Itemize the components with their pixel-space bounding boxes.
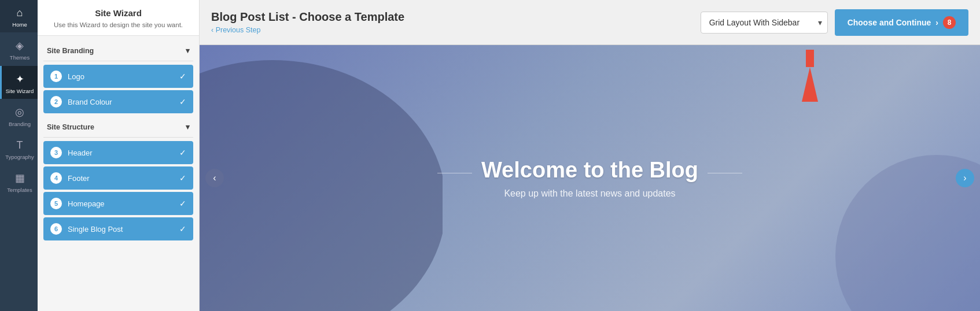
wizard-item-num: 2: [50, 96, 62, 108]
carousel-prev-button[interactable]: ‹: [205, 169, 224, 187]
title-line-right: [708, 173, 742, 173]
arrow-annotation: [802, 51, 818, 102]
prev-step-link[interactable]: ‹ Previous Step: [211, 26, 404, 34]
nav-sidebar: ⌂ Home ◈ Themes ✦ Site Wizard ◎ Branding…: [0, 0, 38, 311]
wizard-item-num: 3: [50, 147, 62, 158]
template-dropdown[interactable]: Grid Layout With SidebarList LayoutGrid …: [701, 12, 828, 34]
wizard-panel: Site Wizard Use this Wizard to design th…: [38, 0, 200, 311]
wizard-item-check-icon: ✓: [179, 97, 186, 106]
sidebar-item-branding[interactable]: ◎ Branding: [0, 99, 38, 132]
branding-icon: ◎: [15, 106, 24, 119]
preview-text-block: Welcome to the Blog Keep up with the lat…: [426, 158, 754, 199]
sidebar-item-home[interactable]: ⌂ Home: [0, 0, 38, 32]
wizard-item-label: Logo: [68, 72, 179, 81]
top-bar-right: Grid Layout With SidebarList LayoutGrid …: [701, 9, 968, 36]
sidebar-label-home: Home: [12, 21, 27, 28]
wizard-item-logo[interactable]: 1 Logo ✓: [43, 65, 193, 88]
sidebar-item-templates[interactable]: ▦ Templates: [0, 165, 38, 198]
wizard-item-header[interactable]: 3 Header ✓: [43, 141, 193, 164]
top-bar: Blog Post List - Choose a Template ‹ Pre…: [200, 0, 980, 45]
sidebar-label-themes: Themes: [10, 54, 30, 61]
home-icon: ⌂: [17, 7, 23, 19]
wizard-item-brand-colour[interactable]: 2 Brand Colour ✓: [43, 90, 193, 113]
preview-area: Welcome to the Blog Keep up with the lat…: [200, 45, 980, 311]
choose-btn-arrow-icon: ›: [935, 18, 938, 27]
site-wizard-icon: ✦: [16, 73, 24, 86]
badge-count: 8: [943, 16, 956, 29]
red-arrow-shaft: [806, 50, 814, 67]
wizard-item-check-icon: ✓: [179, 148, 186, 157]
sidebar-item-site-wizard[interactable]: ✦ Site Wizard: [0, 66, 38, 99]
sidebar-item-themes[interactable]: ◈ Themes: [0, 32, 38, 65]
wizard-item-num: 6: [50, 223, 62, 235]
wizard-body: Site Branding ▾ 1 Logo ✓ 2 Brand Colour …: [38, 36, 199, 249]
wizard-item-label: Homepage: [68, 199, 179, 208]
templates-icon: ▦: [15, 172, 25, 184]
wizard-item-single-blog-post[interactable]: 6 Single Blog Post ✓: [43, 217, 193, 240]
preview-background: Welcome to the Blog Keep up with the lat…: [200, 45, 980, 311]
wizard-item-num: 1: [50, 71, 62, 82]
template-dropdown-wrapper: Grid Layout With SidebarList LayoutGrid …: [701, 12, 828, 34]
decorative-shape-left: [200, 45, 443, 311]
wizard-item-label: Single Blog Post: [68, 225, 179, 234]
preview-blog-title: Welcome to the Blog: [481, 158, 698, 183]
sidebar-label-site-wizard: Site Wizard: [6, 88, 34, 94]
wizard-item-check-icon: ✓: [179, 173, 186, 183]
wizard-item-label: Brand Colour: [68, 98, 179, 106]
top-bar-left: Blog Post List - Choose a Template ‹ Pre…: [211, 10, 404, 34]
wizard-header: Site Wizard Use this Wizard to design th…: [38, 0, 199, 36]
typography-icon: T: [17, 139, 23, 151]
choose-and-continue-button[interactable]: Choose and Continue › 8: [835, 9, 968, 36]
wizard-item-homepage[interactable]: 5 Homepage ✓: [43, 192, 193, 215]
chevron-down-icon[interactable]: ▾: [186, 46, 190, 55]
wizard-item-num: 4: [50, 172, 62, 184]
preview-blog-subtitle: Keep up with the latest news and updates: [437, 188, 742, 199]
branding-items: 1 Logo ✓ 2 Brand Colour ✓: [43, 65, 193, 113]
themes-icon: ◈: [16, 39, 24, 52]
chevron-down-icon-2[interactable]: ▾: [186, 123, 190, 131]
wizard-item-num: 5: [50, 198, 62, 209]
site-branding-header: Site Branding ▾: [43, 42, 193, 58]
preview-title-row: Welcome to the Blog: [437, 158, 742, 188]
structure-items: 3 Header ✓ 4 Footer ✓ 5 Homepage ✓ 6 Sin…: [43, 141, 193, 240]
red-arrow-head: [802, 67, 818, 102]
carousel-next-button[interactable]: ›: [956, 169, 974, 187]
wizard-item-check-icon: ✓: [179, 72, 186, 81]
wizard-item-label: Header: [68, 149, 179, 157]
wizard-item-label: Footer: [68, 174, 179, 183]
main-area: Blog Post List - Choose a Template ‹ Pre…: [200, 0, 980, 311]
wizard-item-check-icon: ✓: [179, 224, 186, 234]
sidebar-label-templates: Templates: [7, 187, 32, 193]
choose-btn-label: Choose and Continue: [848, 18, 931, 27]
sidebar-label-typography: Typography: [5, 154, 34, 160]
wizard-title: Site Wizard: [47, 8, 190, 18]
sidebar-item-typography[interactable]: T Typography: [0, 132, 38, 165]
title-line-left: [437, 173, 472, 173]
site-structure-header: Site Structure ▾: [43, 118, 193, 135]
page-title: Blog Post List - Choose a Template: [211, 10, 404, 24]
wizard-item-check-icon: ✓: [179, 199, 186, 208]
wizard-item-footer[interactable]: 4 Footer ✓: [43, 166, 193, 190]
wizard-subtitle: Use this Wizard to design the site you w…: [47, 20, 190, 29]
sidebar-label-branding: Branding: [9, 121, 31, 127]
